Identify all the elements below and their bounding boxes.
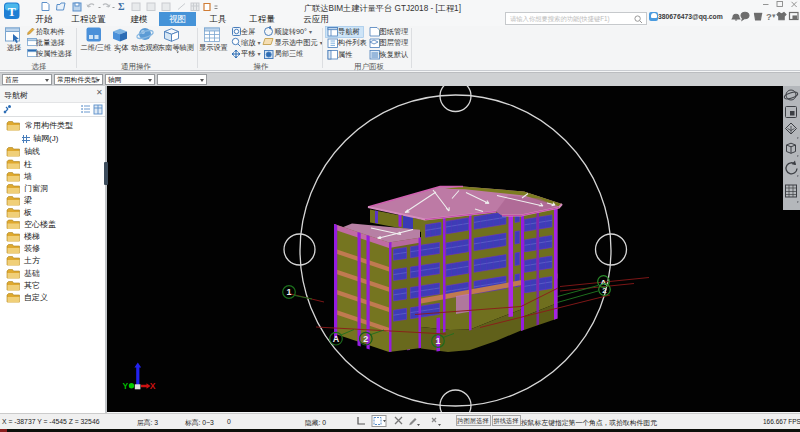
svg-text:2: 2	[602, 286, 607, 295]
svg-text:A: A	[333, 334, 340, 344]
svg-text:▾: ▾	[772, 12, 776, 19]
svg-text:1: 1	[435, 336, 440, 346]
svg-text:1: 1	[286, 287, 291, 297]
svg-text:X: X	[150, 381, 156, 391]
svg-text:Σ: Σ	[118, 1, 125, 12]
svg-text:T: T	[8, 5, 16, 19]
svg-text:2: 2	[363, 334, 368, 344]
svg-text:Y: Y	[123, 381, 129, 391]
